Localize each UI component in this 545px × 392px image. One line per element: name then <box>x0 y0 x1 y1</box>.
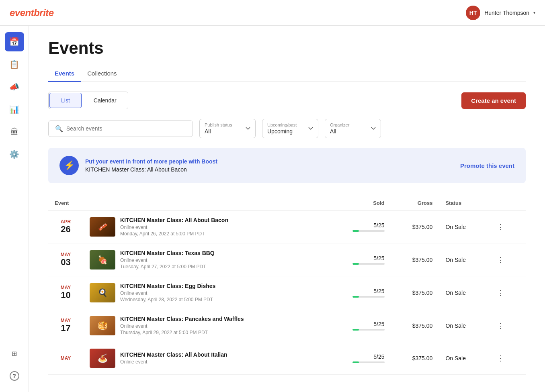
event-name: KITCHEN Master Class: All About Bacon <box>120 217 319 223</box>
sold-bar-fill <box>352 329 359 331</box>
tabs: Events Collections <box>48 66 526 82</box>
orders-icon: 📋 <box>9 59 19 69</box>
status-cell: On Sale <box>439 243 487 276</box>
sold-bar <box>352 296 385 298</box>
event-type: Online event <box>120 290 319 296</box>
boost-left: ⚡ Put your event in front of more people… <box>59 156 217 175</box>
actions-cell: ⋮ <box>487 342 526 375</box>
sold-cell: 5/25 <box>326 309 391 342</box>
promote-event-link[interactable]: Promote this event <box>460 162 514 169</box>
user-profile[interactable]: HT Hunter Thompson ▾ <box>466 6 535 20</box>
event-thumbnail: 🥓 <box>90 217 115 237</box>
event-header: Event <box>48 196 326 210</box>
more-options-button[interactable]: ⋮ <box>494 221 507 233</box>
event-type: Online event <box>120 257 319 263</box>
gross-cell: $375.00 <box>391 210 439 243</box>
boost-event-name: KITCHEN Master Class: All About Bacon <box>85 166 217 173</box>
event-info-cell: 🍖 KITCHEN Master Class: Texas BBQ Online… <box>83 243 326 276</box>
status-header: Status <box>439 196 487 210</box>
user-name: Hunter Thompson <box>484 10 529 16</box>
sold-count: 5/25 <box>332 255 385 261</box>
logo[interactable]: eventbrite <box>10 7 54 18</box>
thumb-icon: 🍖 <box>90 250 115 270</box>
sold-bar <box>352 230 385 232</box>
table-row: MAY 17 🥞 KITCHEN Master Class: Pancakes … <box>48 309 526 342</box>
upcoming-past-filter[interactable]: Upcoming/past Upcoming Upcoming Past <box>262 119 318 138</box>
actions-cell: ⋮ <box>487 243 526 276</box>
boost-icon: ⚡ <box>59 156 79 175</box>
avatar: HT <box>466 6 480 20</box>
boost-title: Put your event in front of more people w… <box>85 158 217 165</box>
main-content: Events Events Collections List Calendar … <box>29 26 545 392</box>
header: eventbrite HT Hunter Thompson ▾ <box>0 0 545 26</box>
search-box[interactable]: 🔍 <box>48 120 193 137</box>
calendar-icon: 📅 <box>9 37 19 47</box>
gross-cell: $375.00 <box>391 309 439 342</box>
publish-status-filter[interactable]: Publish status All All Published Draft <box>199 119 256 138</box>
more-options-button[interactable]: ⋮ <box>494 254 507 266</box>
more-options-button[interactable]: ⋮ <box>494 287 507 299</box>
actions-cell: ⋮ <box>487 309 526 342</box>
create-event-button[interactable]: Create an event <box>461 92 526 109</box>
table-header: Event Sold Gross Status <box>48 196 526 210</box>
event-name: KITCHEN Master Class: Egg Dishes <box>120 283 319 289</box>
event-info-cell: 🥞 KITCHEN Master Class: Pancakes and Waf… <box>83 309 326 342</box>
event-date: MAY 03 <box>48 243 83 276</box>
sidebar-item-calendar[interactable]: 📅 <box>5 32 24 51</box>
sidebar-item-analytics[interactable]: 📊 <box>5 100 24 119</box>
help-icon: ? <box>10 371 19 381</box>
event-thumbnail: 🍳 <box>90 283 115 302</box>
sidebar-item-finance[interactable]: 🏛 <box>5 122 24 141</box>
sidebar-item-orders[interactable]: 📋 <box>5 55 24 74</box>
tab-collections[interactable]: Collections <box>81 66 123 82</box>
table-row: MAY 🍝 KITCHEN Master Class: All About It… <box>48 342 526 375</box>
table-row: MAY 03 🍖 KITCHEN Master Class: Texas BBQ… <box>48 243 526 276</box>
analytics-icon: 📊 <box>9 104 19 114</box>
sold-cell: 5/25 <box>326 342 391 375</box>
event-date: APR 26 <box>48 210 83 243</box>
sold-cell: 5/25 <box>326 210 391 243</box>
actions-cell: ⋮ <box>487 210 526 243</box>
sidebar-item-marketing[interactable]: 📣 <box>5 77 24 96</box>
boost-banner: ⚡ Put your event in front of more people… <box>48 148 526 183</box>
apps-icon: ⊞ <box>12 350 17 357</box>
status-cell: On Sale <box>439 276 487 309</box>
event-thumbnail: 🍝 <box>90 349 115 368</box>
sold-bar-fill <box>352 230 359 232</box>
sold-count: 5/25 <box>332 288 385 294</box>
sidebar-bottom: ⊞ ? <box>5 344 24 386</box>
sidebar-item-settings[interactable]: ⚙️ <box>5 145 24 164</box>
search-input[interactable] <box>66 125 186 132</box>
event-info-cell: 🥓 KITCHEN Master Class: All About Bacon … <box>83 210 326 243</box>
view-toggle: List Calendar <box>48 92 128 109</box>
sidebar: 📅 📋 📣 📊 🏛 ⚙️ ⊞ ? <box>0 26 29 392</box>
thumb-icon: 🍳 <box>90 283 115 302</box>
table-row: APR 26 🥓 KITCHEN Master Class: All About… <box>48 210 526 243</box>
more-options-button[interactable]: ⋮ <box>494 320 507 332</box>
list-view-button[interactable]: List <box>49 93 82 108</box>
event-name: KITCHEN Master Class: Texas BBQ <box>120 250 319 256</box>
organizer-filter[interactable]: Organizer All All <box>325 119 381 138</box>
status-cell: On Sale <box>439 309 487 342</box>
more-options-button[interactable]: ⋮ <box>494 352 507 364</box>
event-datetime: Tuesday, April 27, 2022 at 5:00 PM PDT <box>120 264 319 270</box>
boost-text: Put your event in front of more people w… <box>85 158 217 173</box>
table-row: MAY 10 🍳 KITCHEN Master Class: Egg Dishe… <box>48 276 526 309</box>
sidebar-item-help[interactable]: ? <box>5 366 24 386</box>
finance-icon: 🏛 <box>10 127 18 137</box>
event-name: KITCHEN Master Class: All About Italian <box>120 351 319 358</box>
sold-count: 5/25 <box>332 353 385 360</box>
event-info-cell: 🍝 KITCHEN Master Class: All About Italia… <box>83 342 326 375</box>
status-cell: On Sale <box>439 342 487 375</box>
actions-header <box>487 196 526 210</box>
gross-cell: $375.00 <box>391 276 439 309</box>
sold-bar-fill <box>352 296 359 298</box>
sold-bar-fill <box>352 361 359 363</box>
event-type: Online event <box>120 225 319 230</box>
event-datetime: Monday, April 26, 2022 at 5:00 PM PDT <box>120 231 319 237</box>
event-datetime: Thursday, April 29, 2022 at 5:00 PM PDT <box>120 330 319 335</box>
tab-events[interactable]: Events <box>48 66 81 82</box>
sidebar-item-apps[interactable]: ⊞ <box>5 344 24 363</box>
calendar-view-button[interactable]: Calendar <box>82 92 128 109</box>
event-thumbnail: 🍖 <box>90 250 115 270</box>
